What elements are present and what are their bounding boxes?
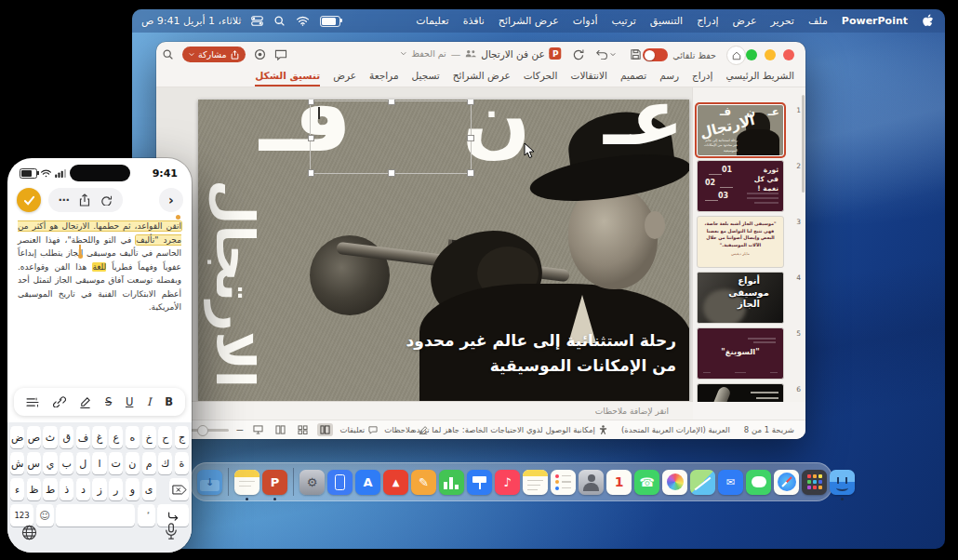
dock-notes-icon[interactable] — [523, 470, 548, 495]
italic-button[interactable]: I — [147, 395, 152, 408]
key-waw[interactable]: و — [126, 478, 140, 500]
tab-design[interactable]: تصميم — [620, 70, 646, 87]
slide-subtitle[interactable]: رحلة استثنائية إلى عالم غير محدود من الإ… — [406, 328, 676, 379]
thumbnail-slide-3[interactable]: "موسيقى الجاز أشبه بلغة خاصة، فهي تتيح ل… — [697, 216, 784, 268]
resize-handle[interactable] — [388, 169, 395, 177]
dock-system-settings-icon[interactable]: ⚙ — [299, 470, 325, 495]
tab-slideshow[interactable]: عرض الشرائح — [453, 70, 511, 87]
key-ya[interactable]: ي — [43, 452, 57, 474]
menu-window[interactable]: نافذة — [463, 15, 485, 27]
dock-finder-icon[interactable] — [830, 470, 855, 495]
dock-maps-icon[interactable] — [690, 470, 715, 495]
key-zha[interactable]: ظ — [27, 478, 41, 500]
accessibility-status[interactable]: إمكانية الوصول لذوي الاحتياجات الخاصة: ج… — [412, 425, 607, 434]
comments-button[interactable]: تعليقات — [339, 425, 378, 434]
resize-handle[interactable] — [308, 169, 315, 177]
key-ghain[interactable]: غ — [92, 426, 106, 448]
dock-calendar-icon[interactable]: 1 — [606, 470, 632, 495]
key-ta-marbuta[interactable]: ة — [175, 452, 189, 474]
key-sad[interactable]: ص — [27, 426, 41, 448]
notes-button[interactable]: ملاحظات — [384, 425, 427, 434]
key-meem[interactable]: م — [142, 452, 156, 474]
dock-downloads-folder-icon[interactable]: ↓ — [197, 470, 222, 495]
key-ra[interactable]: ر — [109, 478, 123, 500]
selected-textbox[interactable] — [310, 100, 472, 174]
more-icon[interactable]: ⋯ — [59, 193, 71, 207]
menu-file[interactable]: ملف — [808, 15, 828, 27]
dock-keynote-icon[interactable] — [467, 470, 492, 495]
highlighted-word[interactable]: للغة — [92, 262, 106, 272]
key-hamza[interactable]: ء — [10, 478, 24, 500]
menu-format[interactable]: التنسيق — [650, 15, 683, 27]
menu-app-name[interactable]: PowerPoint — [842, 15, 908, 27]
key-dad[interactable]: ض — [10, 426, 24, 448]
wifi-icon[interactable] — [296, 16, 310, 26]
dictation-mic-icon[interactable] — [165, 523, 178, 540]
undo-icon[interactable] — [595, 48, 616, 60]
selection-start-handle[interactable] — [176, 215, 180, 220]
backspace-key[interactable] — [169, 478, 189, 500]
key-kaf[interactable]: ك — [158, 452, 172, 474]
tab-insert[interactable]: إدراج — [692, 70, 712, 87]
comment-icon[interactable] — [274, 49, 287, 60]
tab-home[interactable]: الشريط الرئيسي — [725, 70, 794, 87]
panel-scrollbar[interactable] — [802, 95, 805, 193]
thumbnail-slide-4[interactable]: أنواع موسيقى الجاز — [697, 272, 784, 324]
key-alef[interactable]: ا — [92, 452, 106, 474]
resize-handle[interactable] — [388, 100, 395, 105]
dock-music-icon[interactable]: ♪ — [495, 470, 520, 495]
zoom-slider-knob[interactable] — [197, 425, 208, 436]
menu-tools[interactable]: أدوات — [573, 15, 598, 27]
dock-stickies-icon[interactable] — [234, 470, 259, 495]
resize-handle[interactable] — [308, 100, 315, 105]
resize-handle[interactable] — [467, 169, 474, 177]
resize-handle[interactable] — [467, 100, 474, 105]
done-check-button[interactable] — [17, 188, 41, 212]
key-alef-maqsura[interactable]: ى — [142, 478, 156, 500]
next-chevron-button[interactable]: › — [159, 188, 183, 212]
key-qaf[interactable]: ق — [60, 426, 73, 448]
bold-button[interactable]: B — [165, 395, 173, 408]
key-tta[interactable]: ط — [43, 478, 57, 500]
key-lam[interactable]: ل — [76, 452, 90, 474]
apple-menu-icon[interactable] — [922, 14, 934, 28]
resize-handle[interactable] — [467, 135, 474, 142]
menu-arrange[interactable]: ترتيب — [611, 15, 635, 27]
key-hha[interactable]: ح — [158, 426, 172, 448]
redo-icon[interactable] — [572, 48, 584, 60]
dock-rocket-app-icon[interactable]: ▲ — [383, 470, 408, 495]
menu-clock[interactable]: ثلاثاء، 1 أبريل 9:41 ص — [141, 15, 241, 27]
minimize-window-button[interactable] — [765, 49, 776, 60]
redo-icon[interactable] — [100, 194, 113, 206]
strikethrough-button[interactable]: S — [105, 395, 112, 408]
tab-review[interactable]: مراجعة — [369, 70, 399, 87]
battery-icon[interactable] — [320, 16, 340, 27]
reading-view-button[interactable] — [273, 423, 288, 436]
menu-insert[interactable]: إدراج — [697, 15, 718, 27]
menu-help[interactable]: تعليمات — [416, 15, 448, 27]
key-zay[interactable]: ز — [92, 478, 106, 500]
document-title[interactable]: عن فن الارتجال — [481, 48, 544, 60]
autosave-toggle[interactable] — [643, 48, 668, 61]
thumbnail-slide-5[interactable]: "السوينغ" — [697, 327, 784, 380]
home-icon[interactable] — [726, 46, 746, 65]
key-tha[interactable]: ث — [43, 426, 57, 448]
close-window-button[interactable] — [783, 49, 794, 60]
dock-contacts-icon[interactable] — [579, 470, 604, 495]
record-icon[interactable] — [254, 48, 266, 60]
menu-edit[interactable]: تحرير — [771, 15, 794, 27]
thumbnail-slide-1[interactable]: عـ ن فـ الارتجال رحلة استثنائية إلى عالم… — [697, 104, 784, 156]
saved-status[interactable]: تم الحفظ — [411, 48, 446, 59]
collaborators-icon[interactable] — [465, 49, 476, 58]
dock-reminders-icon[interactable] — [551, 470, 576, 495]
dock-app-store-icon[interactable]: A — [355, 470, 380, 495]
tab-record[interactable]: تسجيل — [412, 70, 440, 87]
tab-animations[interactable]: الحركات — [524, 70, 558, 87]
normal-view-button[interactable] — [317, 423, 333, 436]
slide-letter-ain[interactable]: عـ — [604, 100, 684, 153]
slide-letter-noon[interactable]: ن — [462, 100, 530, 156]
phone-text-editor[interactable]: اتقن القواعد، ثم حطمها. الارتجال هو أكثر… — [18, 220, 181, 314]
thumbnail-slide-2[interactable]: ثورة في كل نغمة ! 01 02 03 — [697, 160, 784, 212]
zoom-window-button[interactable] — [746, 49, 757, 60]
key-ba[interactable]: ب — [60, 452, 73, 474]
